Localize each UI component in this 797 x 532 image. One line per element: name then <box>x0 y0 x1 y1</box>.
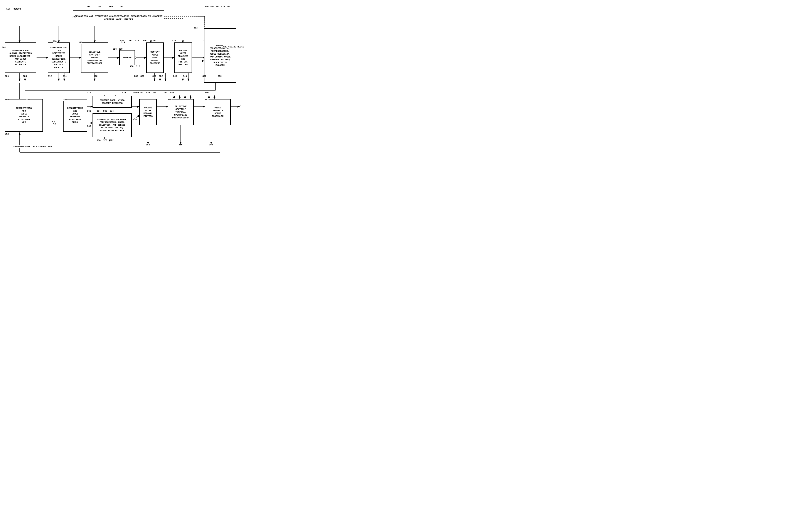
ref-314-buf: 314 <box>135 40 139 42</box>
ref-324: 324 <box>121 41 125 44</box>
ref-330: 330 <box>72 16 76 18</box>
ref-382-n: 382 <box>146 144 150 146</box>
ref-354-b: 354 <box>26 99 30 101</box>
ref-364: 364 <box>97 110 100 112</box>
ref-374: 374 <box>110 110 114 112</box>
classifier1-box: SEMANTICS ANDGLOBAL STATISTICSBASED CLAS… <box>5 42 36 73</box>
ref-346-e: 346 <box>183 75 187 77</box>
ref-306-buf2: 306 <box>130 65 133 68</box>
transmission-label: TRANSMISSION OR STORAGE 356 <box>13 146 52 148</box>
ref-352-e: 352 <box>159 75 163 77</box>
ref-300: 300 <box>6 8 10 11</box>
ref-306-r: 306 <box>205 5 209 8</box>
ref-308-r: 308 <box>210 5 214 8</box>
ref-386-u: 386 <box>178 144 183 146</box>
ref-322-r: 322 <box>226 5 230 8</box>
coding-noise-label: AND CODING NOISE <box>223 46 244 48</box>
ref-360: 360 <box>87 125 91 128</box>
ref-390-a: 390 <box>209 144 213 146</box>
svg-line-31 <box>52 121 54 125</box>
noise-analyzer-box: CODINGNOISEANALYZERANDFILTERSDECIDER <box>174 42 192 73</box>
ref-350-b: 350 <box>5 99 9 101</box>
ref-368: 368 <box>103 110 107 112</box>
ref-377: 377 <box>87 91 91 94</box>
ref-372-n: 372 <box>152 91 156 94</box>
mapper-box: SEMANTICS AND STRUCTURE CLASSIFICATION D… <box>73 11 164 25</box>
ref-314-r: 314 <box>221 5 225 8</box>
ref-332-1: 332 <box>172 40 176 42</box>
ref-332-dash: 332 <box>194 27 198 30</box>
ref-362: 362 <box>87 110 91 112</box>
ref-340-e2: 340 <box>173 75 177 77</box>
ref-370-n: 370 <box>146 91 150 94</box>
ref-388-u: 388 <box>168 99 172 101</box>
ref-366-u: 366 <box>163 91 167 94</box>
ref-348-e: 348 <box>203 75 206 77</box>
ref-376: 376 <box>133 119 137 121</box>
ref-340-e1: 340 <box>152 75 156 77</box>
ref-308-top: 308 <box>17 8 21 10</box>
classifier2-box: STRUCTURE ANDLOCAL STATISTICSBASEDCLASSI… <box>48 42 70 73</box>
ref-352-b: 352 <box>5 133 9 135</box>
ref-314-1: 314 <box>87 5 90 8</box>
ref-392-a: 392 <box>205 99 209 101</box>
ref-312-buf2: 312 <box>136 65 140 68</box>
assembler-box: VIDEOSEGMENTSSCENEASSEMBLER <box>205 99 231 125</box>
ref-312-c2: 312 <box>48 75 52 77</box>
ref-308-1: 308 <box>109 5 113 8</box>
svg-line-32 <box>54 121 56 125</box>
ref-306-enc: 306 <box>143 40 147 42</box>
ref-338: 338 <box>140 75 144 77</box>
mux-box: DESCRIPTIONSANDCODEDSEGMENTSBITSTREAMMUX <box>5 99 43 132</box>
segment-encoder-box: SEGMENT(CLASSIFICATION,PREPROCESSING,MOD… <box>204 28 236 83</box>
buffer-box: BUFFER <box>119 50 135 65</box>
ref-370-u: 370 <box>170 91 174 94</box>
upsampler-box: SELECTIVESPATIAL/TEMPORALUPSAMPLINGPOSTP… <box>168 99 194 125</box>
segment-decoder-box: SEGMENT (CLASSIFICATION,PREPROCESSING, M… <box>93 113 132 137</box>
ref-350-e: 350 <box>218 75 222 77</box>
ref-372-b1: 372 <box>110 139 114 142</box>
ref-370-b1: 370 <box>103 139 107 142</box>
ref-306-1: 306 <box>119 5 123 8</box>
noise-removal-box: CODINGNOISEREMOVALFILTERS <box>139 99 157 125</box>
ref-370-a: 370 <box>205 91 209 94</box>
ref-301: 301 <box>2 46 6 49</box>
demux-box: DESCRIPTIONSANDCODEDSEGMENTSBITSTREAMDEM… <box>63 99 87 132</box>
ref-310: 310 <box>53 40 57 43</box>
diagram-container: 300 SEMANTICS AND STRUCTURE CLASSIFICATI… <box>0 0 266 177</box>
ref-336: 336 <box>134 75 138 77</box>
ref-322-pre: 322 <box>94 75 97 77</box>
ref-366-b1: 366 <box>97 139 100 142</box>
ref-328: 328 <box>119 48 122 50</box>
ref-316: 316 <box>78 41 82 44</box>
ref-314-c2: 314 <box>63 75 67 77</box>
ref-312-enc: 312 <box>152 40 156 42</box>
ref-378: 378 <box>122 91 126 94</box>
ref-368-n: 368 <box>139 91 143 94</box>
diagram-svg <box>0 0 266 177</box>
ref-312-buf: 312 <box>129 40 132 42</box>
ref-358: 358 <box>63 99 67 101</box>
ref-384-n: 384 <box>135 91 139 94</box>
encoder-box: CONTENTMODELVIDEOSEGMENTENCODERS <box>146 42 164 73</box>
ref-312-1: 312 <box>97 5 101 8</box>
ref-326: 326 <box>113 48 117 50</box>
ref-312-r: 312 <box>215 5 220 8</box>
ref-306-c1: 306 <box>5 75 9 77</box>
ref-output: → <box>240 104 241 107</box>
decoders-box: CONTENT MODEL VIDEOSEGMENT DECODERS <box>93 96 132 108</box>
preprocessor-box: SELECTIVESPATIAL/TEMPORALDOWNSAMPLINGPRE… <box>81 42 108 73</box>
ref-308-c1: 308 <box>23 75 27 77</box>
